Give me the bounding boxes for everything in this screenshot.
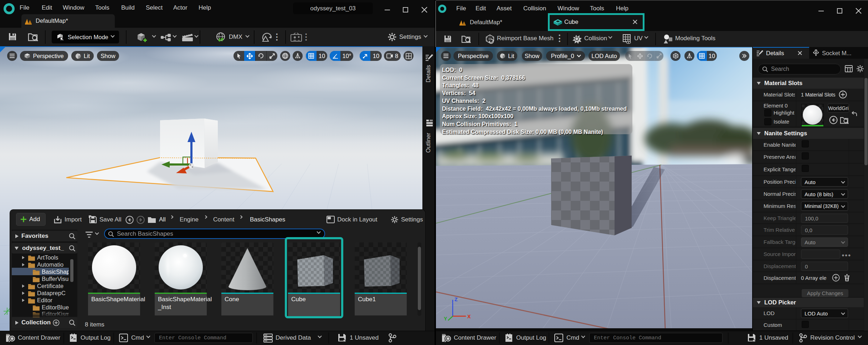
svg-text:X: X [467,314,471,319]
svg-text:Y: Y [444,316,447,322]
svg-text:Z: Z [454,297,458,302]
